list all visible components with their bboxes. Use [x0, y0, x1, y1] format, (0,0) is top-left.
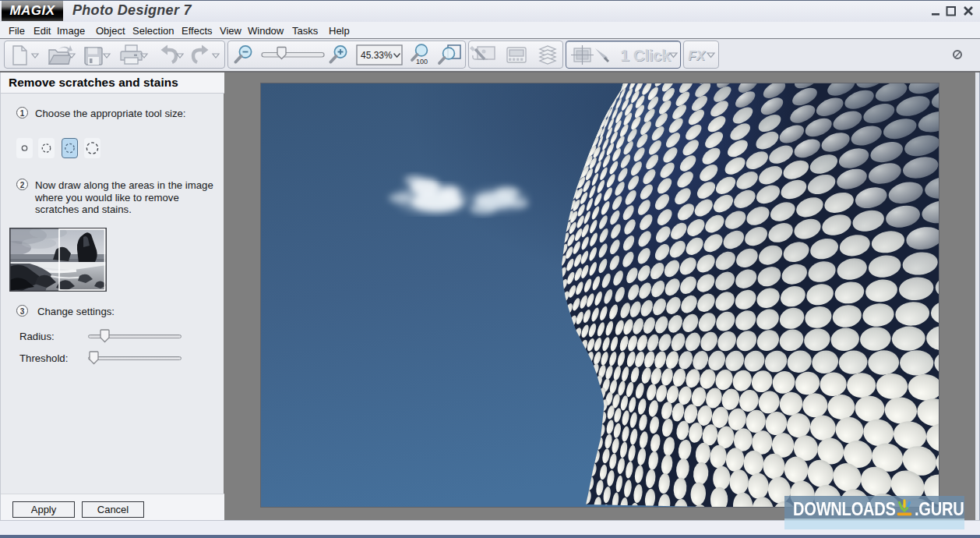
svg-text:100: 100 — [416, 58, 428, 65]
svg-text:1 Click: 1 Click — [620, 46, 671, 64]
svg-text:45.33%: 45.33% — [361, 50, 393, 61]
svg-text:FX: FX — [688, 48, 706, 63]
